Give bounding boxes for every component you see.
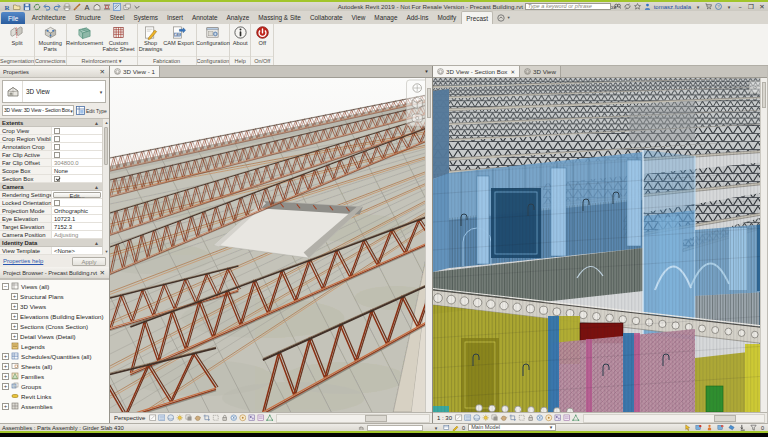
- switch-windows-icon[interactable]: [122, 3, 131, 11]
- view-tab-3d-view-section-box[interactable]: 3D View - Section Box✕: [433, 66, 520, 77]
- tree-expander-icon[interactable]: +: [11, 293, 18, 300]
- panel-label[interactable]: Reinforcement ▾: [67, 56, 137, 65]
- ribbon-tab-view[interactable]: View: [347, 11, 370, 24]
- select-pinned-icon[interactable]: [717, 424, 724, 431]
- analytical-model-icon[interactable]: [265, 414, 273, 422]
- user-icon[interactable]: [644, 3, 651, 10]
- ribbon-button-shop-drawings[interactable]: Shop Drawings: [139, 25, 163, 52]
- reveal-hidden-elements-icon[interactable]: [545, 414, 553, 422]
- property-row[interactable]: Projection ModeOrthographic: [0, 207, 102, 215]
- user-menu-caret[interactable]: ▾: [694, 4, 702, 10]
- ribbon-button-configuration[interactable]: Configuration: [198, 25, 228, 46]
- ribbon-tab-modify[interactable]: Modify: [433, 11, 461, 24]
- ribbon-button-custom-fabric-sheet[interactable]: Custom Fabric Sheet: [102, 25, 136, 52]
- ribbon-tab-analyze[interactable]: Analyze: [222, 11, 254, 24]
- properties-close-icon[interactable]: ✕: [99, 68, 106, 76]
- apply-button[interactable]: Apply: [72, 257, 106, 266]
- property-row[interactable]: Section Box: [0, 175, 102, 183]
- filter-icon[interactable]: [750, 424, 757, 431]
- right-view-hscrollbar[interactable]: [583, 414, 765, 423]
- worksharing-display-icon[interactable]: [247, 414, 255, 422]
- ribbon-tab-annotate[interactable]: Annotate: [187, 11, 222, 24]
- property-row[interactable]: Crop Region Visible: [0, 135, 102, 143]
- ribbon-tab-collaborate[interactable]: Collaborate: [305, 11, 347, 24]
- project-browser-close-icon[interactable]: ✕: [99, 269, 106, 277]
- browser-item-structural-plans[interactable]: +Structural Plans: [0, 291, 109, 301]
- visual-style-icon[interactable]: [473, 414, 481, 422]
- lock-3d-view-icon[interactable]: [220, 414, 228, 422]
- ribbon-tab-insert[interactable]: Insert: [162, 11, 187, 24]
- press-drag-icon[interactable]: [684, 424, 691, 431]
- ribbon-minimize-toggle[interactable]: ▾: [497, 11, 509, 24]
- ribbon-button-off[interactable]: Off: [252, 25, 272, 46]
- ribbon-button-about[interactable]: About: [231, 25, 249, 46]
- property-row[interactable]: Annotation Crop: [0, 143, 102, 151]
- text-icon[interactable]: A: [82, 3, 91, 11]
- tab-list-caret[interactable]: ▼: [422, 66, 431, 77]
- ribbon-button-cam-export[interactable]: CAMCAM Export: [163, 25, 195, 46]
- browser-item-sheets-all-[interactable]: +Sheets (all): [0, 361, 109, 371]
- ribbon-tab-systems[interactable]: Systems: [129, 11, 163, 24]
- right-view-canvas[interactable]: [433, 78, 767, 412]
- properties-help-link[interactable]: Properties help: [3, 258, 70, 264]
- browser-item-legends[interactable]: +Legends: [0, 341, 109, 351]
- rendering-dialog-icon[interactable]: [193, 414, 201, 422]
- edit-rendering-settings-button[interactable]: Edit...: [53, 192, 101, 198]
- edit-type-button[interactable]: Edit Type: [76, 105, 107, 116]
- search-input[interactable]: Type a keyword or phrase: [525, 3, 611, 10]
- property-row[interactable]: Far Clip Active: [0, 151, 102, 159]
- property-row[interactable]: View Template<None>: [0, 247, 102, 255]
- sun-path-icon[interactable]: [482, 414, 490, 422]
- detail-level-icon[interactable]: [464, 414, 472, 422]
- view-tab-3d-view-1[interactable]: 3D View - 1: [110, 66, 160, 77]
- thin-lines-icon[interactable]: [112, 3, 121, 11]
- exchange-apps-star-icon[interactable]: [634, 3, 641, 10]
- shadows-icon[interactable]: [184, 414, 192, 422]
- sun-path-icon[interactable]: [175, 414, 183, 422]
- customize-qat-icon[interactable]: [132, 3, 141, 11]
- browser-item-detail-views-detail-[interactable]: +Detail Views (Detail): [0, 331, 109, 341]
- print-icon[interactable]: [62, 3, 71, 11]
- checkbox-annotation-crop[interactable]: [54, 144, 60, 150]
- property-row[interactable]: Target Elevation7152.3: [0, 223, 102, 231]
- right-view-vscrollbar[interactable]: [760, 78, 767, 412]
- view-scale-label-right[interactable]: 1 : 30: [435, 415, 454, 421]
- close-view-icon[interactable]: ✕: [510, 69, 515, 75]
- browser-item-families[interactable]: +Families: [0, 371, 109, 381]
- property-row[interactable]: Locked Orientation: [0, 199, 102, 207]
- property-row[interactable]: Rendering SettingsEdit...: [0, 191, 102, 199]
- redo-icon[interactable]: [52, 3, 61, 11]
- drag-on-selection-icon[interactable]: [739, 424, 746, 431]
- browser-item-elevations-building-elevation-[interactable]: +Elevations (Building Elevation): [0, 311, 109, 321]
- left-view-vscrollbar[interactable]: [425, 78, 432, 412]
- tree-expander-icon[interactable]: +: [2, 363, 9, 370]
- checkbox-crop-view[interactable]: [54, 128, 60, 134]
- tree-expander-icon[interactable]: +: [11, 323, 18, 330]
- detail-level-icon[interactable]: [157, 414, 165, 422]
- temporary-hide-isolate-icon[interactable]: [229, 414, 237, 422]
- browser-item-assemblies[interactable]: +Assemblies: [0, 401, 109, 411]
- sign-in-sync-icon[interactable]: [624, 3, 631, 10]
- property-row[interactable]: Eye Elevation10723.1: [0, 215, 102, 223]
- temporary-hide-isolate-icon[interactable]: [536, 414, 544, 422]
- worksharing-display-icon[interactable]: [554, 414, 562, 422]
- checkbox-section-box[interactable]: [54, 176, 60, 182]
- browser-item-revit-links[interactable]: +Revit Links: [0, 391, 109, 401]
- select-underlay-icon[interactable]: [706, 424, 713, 431]
- help-icon[interactable]: ?: [715, 3, 722, 10]
- minimize-button[interactable]: –: [736, 3, 744, 11]
- undo-icon[interactable]: [42, 3, 51, 11]
- save-icon[interactable]: [22, 3, 31, 11]
- tree-expander-icon[interactable]: +: [2, 383, 9, 390]
- ribbon-tab-manage[interactable]: Manage: [370, 11, 402, 24]
- select-links-icon[interactable]: [695, 424, 702, 431]
- reveal-hidden-elements-icon[interactable]: [238, 414, 246, 422]
- left-view-hscrollbar[interactable]: [276, 414, 430, 423]
- ribbon-tab-structure[interactable]: Structure: [70, 11, 105, 24]
- help-menu-caret[interactable]: ▾: [725, 4, 733, 10]
- crop-view-icon[interactable]: [202, 414, 210, 422]
- ribbon-tab-architecture[interactable]: Architecture: [27, 11, 70, 24]
- visual-style-icon[interactable]: [166, 414, 174, 422]
- shadows-icon[interactable]: [491, 414, 499, 422]
- browser-item-sections-cross-section-[interactable]: +Sections (Cross Section): [0, 321, 109, 331]
